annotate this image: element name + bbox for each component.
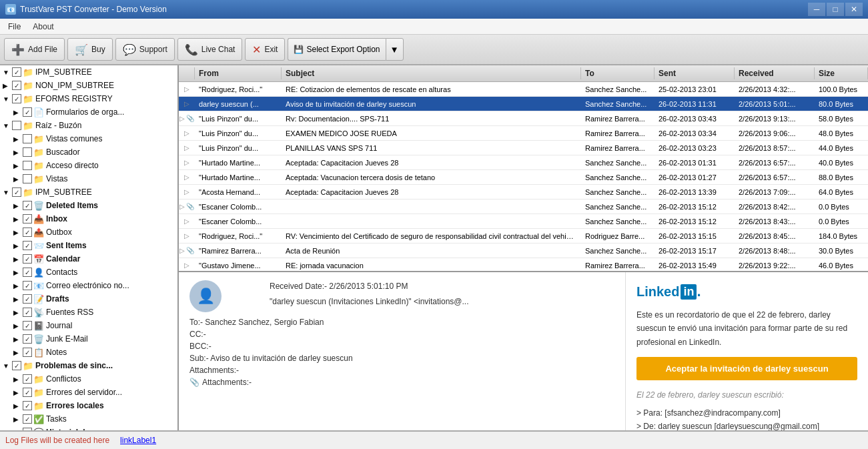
tree-toggle[interactable]: ▶ (13, 109, 23, 116)
tree-checkbox[interactable] (23, 201, 32, 210)
maximize-button[interactable]: □ (827, 3, 844, 16)
tree-checkbox[interactable] (23, 321, 32, 330)
tree-item-errores-locales[interactable]: ▶📁Errores locales (0, 399, 177, 412)
tree-item-junk-email[interactable]: ▶🗑️Junk E-Mail (0, 332, 177, 346)
tree-toggle[interactable]: ▶ (13, 402, 23, 410)
tree-item-correo[interactable]: ▶📧Correo electrónico no... (0, 279, 177, 292)
tree-toggle[interactable]: ▶ (13, 376, 23, 383)
minimize-button[interactable]: ─ (808, 3, 825, 16)
linkedin-accept-button[interactable]: Aceptar la invitación de darley suescun (636, 357, 857, 380)
tree-item-non-ipm-subtree[interactable]: ▶📁NON_IPM_SUBTREE (0, 79, 177, 92)
col-header-sent[interactable]: Sent (655, 67, 735, 79)
tree-checkbox[interactable] (23, 294, 32, 304)
support-button[interactable]: 💬 Support (115, 38, 175, 61)
buy-button[interactable]: 🛒 Buy (67, 38, 113, 61)
tree-item-sent-items[interactable]: ▶📨Sent Items (0, 239, 177, 252)
tree-checkbox[interactable] (12, 94, 21, 103)
tree-checkbox[interactable] (23, 281, 32, 290)
tree-item-problemas[interactable]: ▼📁Problemas de sinc... (0, 359, 177, 372)
exit-button[interactable]: ✕ Exit (245, 38, 285, 61)
email-row[interactable]: ▷ "Acosta Hernand... Aceptada: Capacitac… (179, 185, 868, 199)
tree-toggle[interactable]: ▶ (13, 296, 23, 303)
email-row[interactable]: ▷📎 "Ramirez Barrera... Acta de Reunión S… (179, 244, 868, 258)
tree-item-buscador[interactable]: ▶📁Buscador (0, 145, 177, 159)
tree-checkbox[interactable] (23, 334, 32, 344)
tree-item-vistas[interactable]: ▶📁Vistas (0, 172, 177, 185)
tree-item-eforms-registry[interactable]: ▼📁EFORMS REGISTRY (0, 92, 177, 105)
email-row[interactable]: ▷ "Hurtado Martine... Aceptada: Vacunaci… (179, 170, 868, 185)
tree-checkbox[interactable] (23, 388, 32, 397)
tree-item-ipm-subtree-2[interactable]: ▼📁IPM_SUBTREE (0, 185, 177, 199)
tree-checkbox[interactable] (23, 241, 32, 250)
col-header-from[interactable]: From (195, 67, 282, 79)
email-row[interactable]: ▷ "Luis Pinzon" du... PLANILLAS VANS SPS… (179, 141, 868, 155)
tree-checkbox[interactable] (23, 348, 32, 357)
tree-item-conflictos[interactable]: ▶📁Conflictos (0, 372, 177, 386)
tree-checkbox[interactable] (23, 414, 32, 424)
email-row[interactable]: ▷ "Gustavo Jimene... RE: jornada vacunac… (179, 258, 868, 271)
tree-checkbox[interactable] (23, 107, 32, 117)
email-row[interactable]: ▷ "Escaner Colomb... Sanchez Sanche... 2… (179, 214, 868, 229)
tree-item-deleted-items[interactable]: ▶🗑️Deleted Items (0, 199, 177, 212)
tree-item-errores-servidor[interactable]: ▶📁Errores del servidor... (0, 386, 177, 399)
tree-toggle[interactable]: ▶ (13, 215, 23, 223)
tree-item-acceso-directo[interactable]: ▶📁Acceso directo (0, 159, 177, 172)
tree-toggle[interactable]: ▶ (13, 309, 23, 316)
tree-toggle[interactable]: ▼ (3, 95, 12, 103)
col-header-size[interactable]: Size (815, 67, 868, 79)
email-row[interactable]: ▷ darley suescun (... Aviso de tu invita… (179, 97, 868, 111)
select-export-button[interactable]: 💾 Select Export Option (288, 38, 385, 61)
tree-checkbox[interactable] (23, 134, 32, 143)
tree-toggle[interactable]: ▶ (13, 389, 23, 396)
tree-toggle[interactable]: ▶ (13, 149, 23, 156)
tree-toggle[interactable]: ▼ (3, 189, 12, 196)
tree-checkbox[interactable] (23, 374, 32, 384)
close-button[interactable]: ✕ (845, 3, 863, 16)
link-label[interactable]: linkLabel1 (120, 436, 156, 445)
tree-checkbox[interactable] (23, 214, 32, 223)
tree-item-notes[interactable]: ▶📋Notes (0, 346, 177, 359)
tree-item-vistas-comunes[interactable]: ▶📁Vistas comunes (0, 132, 177, 145)
tree-item-journal[interactable]: ▶📓Journal (0, 319, 177, 332)
live-chat-button[interactable]: 📞 Live Chat (177, 38, 243, 61)
menu-file[interactable]: File (3, 21, 26, 33)
menu-about[interactable]: About (27, 21, 59, 33)
tree-checkbox[interactable] (23, 161, 32, 170)
tree-checkbox[interactable] (12, 361, 21, 370)
tree-toggle[interactable]: ▶ (13, 349, 23, 356)
tree-item-contacts[interactable]: ▶👤Contacts (0, 266, 177, 279)
tree-toggle[interactable]: ▶ (13, 242, 23, 250)
tree-toggle[interactable]: ▶ (13, 269, 23, 276)
tree-item-calendar[interactable]: ▶📅Calendar (0, 252, 177, 266)
tree-toggle[interactable]: ▼ (3, 69, 12, 76)
col-header-to[interactable]: To (581, 67, 655, 79)
tree-toggle[interactable]: ▶ (13, 336, 23, 343)
col-header-subject[interactable]: Subject (282, 67, 581, 79)
tree-toggle[interactable]: ▶ (13, 416, 23, 423)
tree-checkbox[interactable] (23, 401, 32, 410)
tree-checkbox[interactable] (12, 67, 21, 77)
tree-toggle[interactable]: ▶ (13, 429, 23, 431)
tree-checkbox[interactable] (23, 268, 32, 277)
tree-toggle[interactable]: ▶ (13, 322, 23, 330)
tree-item-formularios[interactable]: ▶📄Formularios de orga... (0, 105, 177, 119)
tree-checkbox[interactable] (23, 428, 32, 430)
tree-toggle[interactable]: ▶ (13, 282, 23, 290)
tree-toggle[interactable]: ▼ (3, 122, 12, 129)
tree-item-tasks[interactable]: ▶✅Tasks (0, 412, 177, 426)
tree-checkbox[interactable] (12, 121, 21, 130)
tree-checkbox[interactable] (23, 228, 32, 237)
tree-item-inbox[interactable]: ▶📥Inbox (0, 212, 177, 226)
export-dropdown-arrow[interactable]: ▼ (386, 38, 404, 61)
email-row[interactable]: ▷ "Rodriguez, Roci..." RE: Cotizacion de… (179, 82, 868, 97)
email-row[interactable]: ▷📎 "Luis Pinzon" du... Rv: Documentacion… (179, 111, 868, 126)
tree-item-drafts[interactable]: ▶📝Drafts (0, 292, 177, 306)
email-row[interactable]: ▷ "Luis Pinzon" du... EXAMEN MEDICO JOSE… (179, 126, 868, 141)
tree-checkbox[interactable] (23, 254, 32, 264)
tree-toggle[interactable]: ▶ (13, 229, 23, 236)
tree-toggle[interactable]: ▶ (13, 175, 23, 183)
email-row[interactable]: ▷ "Hurtado Martine... Aceptada: Capacita… (179, 155, 868, 170)
tree-checkbox[interactable] (23, 308, 32, 317)
tree-item-fuentes-rss[interactable]: ▶📡Fuentes RSS (0, 306, 177, 319)
tree-toggle[interactable]: ▶ (3, 82, 12, 89)
